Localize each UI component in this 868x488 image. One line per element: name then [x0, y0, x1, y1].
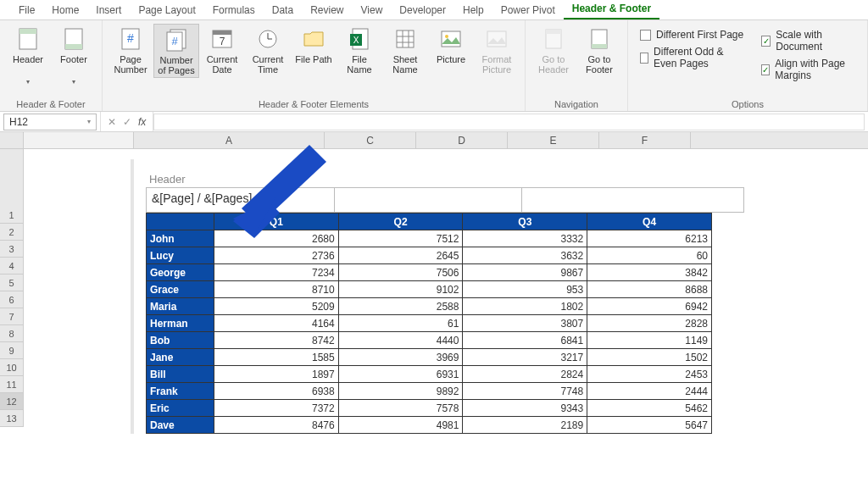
- data-cell[interactable]: 6938: [214, 383, 338, 400]
- file-path-button[interactable]: File Path: [291, 24, 337, 76]
- row-name-cell[interactable]: John: [147, 230, 214, 247]
- align-with-margins-checkbox[interactable]: ✓Align with Page Margins: [761, 58, 855, 81]
- scale-with-document-checkbox[interactable]: ✓Scale with Document: [761, 29, 855, 53]
- data-cell[interactable]: 1502: [587, 349, 712, 366]
- data-cell[interactable]: 6841: [463, 332, 587, 349]
- enter-icon[interactable]: ✓: [123, 116, 131, 128]
- data-cell[interactable]: 6213: [587, 230, 712, 247]
- row-name-cell[interactable]: Frank: [147, 383, 214, 400]
- data-cell[interactable]: 1585: [214, 349, 338, 366]
- fx-icon[interactable]: fx: [138, 116, 146, 128]
- data-cell[interactable]: 61: [338, 315, 463, 332]
- current-date-button[interactable]: 7 Current Date: [199, 24, 245, 76]
- data-cell[interactable]: 3217: [463, 349, 587, 366]
- tab-insert[interactable]: Insert: [87, 1, 130, 19]
- data-cell[interactable]: 8742: [214, 332, 338, 349]
- goto-footer-button[interactable]: Go to Footer: [576, 24, 622, 76]
- data-cell[interactable]: 2824: [463, 366, 587, 383]
- data-cell[interactable]: 60: [587, 247, 712, 264]
- data-cell[interactable]: 8476: [214, 417, 338, 434]
- data-cell[interactable]: 1149: [587, 332, 712, 349]
- data-cell[interactable]: 4164: [214, 315, 338, 332]
- data-cell[interactable]: 1897: [214, 366, 338, 383]
- row-header[interactable]: 3: [0, 241, 23, 258]
- tab-page-layout[interactable]: Page Layout: [130, 1, 203, 19]
- data-cell[interactable]: 9102: [338, 281, 463, 298]
- header-right-input[interactable]: [521, 187, 744, 213]
- row-header[interactable]: 9: [0, 342, 23, 359]
- row-name-cell[interactable]: George: [147, 264, 214, 281]
- row-name-cell[interactable]: Maria: [147, 298, 214, 315]
- column-header[interactable]: D: [416, 132, 508, 148]
- column-header[interactable]: E: [508, 132, 599, 148]
- data-cell[interactable]: 2444: [587, 383, 712, 400]
- data-cell[interactable]: 7578: [338, 400, 463, 417]
- picture-button[interactable]: Picture: [428, 24, 474, 76]
- data-cell[interactable]: 5209: [214, 298, 338, 315]
- tab-view[interactable]: View: [353, 1, 392, 19]
- table-header[interactable]: [147, 214, 214, 230]
- tab-help[interactable]: Help: [454, 1, 492, 19]
- data-cell[interactable]: 7372: [214, 400, 338, 417]
- name-box[interactable]: H12▾: [3, 114, 97, 130]
- row-header[interactable]: 11: [0, 376, 23, 393]
- sheet-name-button[interactable]: Sheet Name: [382, 24, 428, 76]
- tab-file[interactable]: File: [10, 1, 43, 19]
- data-cell[interactable]: 4981: [338, 417, 463, 434]
- data-cell[interactable]: 7234: [214, 264, 338, 281]
- data-cell[interactable]: 5647: [587, 417, 712, 434]
- data-cell[interactable]: 2453: [587, 366, 712, 383]
- data-cell[interactable]: 7748: [463, 383, 587, 400]
- data-cell[interactable]: 6931: [338, 366, 463, 383]
- cancel-icon[interactable]: ✕: [108, 116, 116, 128]
- data-cell[interactable]: 1802: [463, 298, 587, 315]
- row-name-cell[interactable]: Bob: [147, 332, 214, 349]
- data-cell[interactable]: 8710: [214, 281, 338, 298]
- current-time-button[interactable]: Current Time: [245, 24, 291, 76]
- tab-developer[interactable]: Developer: [391, 1, 454, 19]
- row-name-cell[interactable]: Bill: [147, 366, 214, 383]
- column-header[interactable]: F: [599, 132, 691, 148]
- data-cell[interactable]: 3842: [587, 264, 712, 281]
- data-cell[interactable]: 7512: [338, 230, 463, 247]
- row-header[interactable]: 8: [0, 325, 23, 342]
- row-name-cell[interactable]: Jane: [147, 349, 214, 366]
- row-name-cell[interactable]: Lucy: [147, 247, 214, 264]
- row-name-cell[interactable]: Grace: [147, 281, 214, 298]
- row-name-cell[interactable]: Eric: [147, 400, 214, 417]
- data-cell[interactable]: 9343: [463, 400, 587, 417]
- different-odd-even-checkbox[interactable]: Different Odd & Even Pages: [640, 46, 748, 69]
- data-cell[interactable]: 4440: [338, 332, 463, 349]
- data-cell[interactable]: 9892: [338, 383, 463, 400]
- table-header[interactable]: Q4: [587, 214, 712, 230]
- footer-button[interactable]: Footer ▾: [51, 24, 97, 86]
- row-header[interactable]: 6: [0, 291, 23, 308]
- data-cell[interactable]: 2645: [338, 247, 463, 264]
- row-header[interactable]: 4: [0, 258, 23, 274]
- data-cell[interactable]: 953: [463, 281, 587, 298]
- tab-header-footer[interactable]: Header & Footer: [564, 0, 659, 19]
- data-cell[interactable]: 8688: [587, 281, 712, 298]
- data-cell[interactable]: 2736: [214, 247, 338, 264]
- tab-formulas[interactable]: Formulas: [204, 1, 264, 19]
- tab-review[interactable]: Review: [302, 1, 352, 19]
- row-name-cell[interactable]: Dave: [147, 417, 214, 434]
- row-header[interactable]: 13: [0, 410, 23, 427]
- data-cell[interactable]: 2189: [463, 417, 587, 434]
- tab-home[interactable]: Home: [43, 1, 87, 19]
- different-first-page-checkbox[interactable]: Different First Page: [640, 29, 748, 41]
- tab-data[interactable]: Data: [264, 1, 302, 19]
- data-cell[interactable]: 3332: [463, 230, 587, 247]
- page-number-button[interactable]: # Page Number: [108, 24, 153, 76]
- data-cell[interactable]: 9867: [463, 264, 587, 281]
- row-header[interactable]: 5: [0, 274, 23, 291]
- table-header[interactable]: Q2: [338, 214, 463, 230]
- row-header[interactable]: 7: [0, 308, 23, 325]
- data-cell[interactable]: 6942: [587, 298, 712, 315]
- tab-power-pivot[interactable]: Power Pivot: [492, 1, 564, 19]
- data-cell[interactable]: 3632: [463, 247, 587, 264]
- header-button[interactable]: Header ▾: [5, 24, 51, 86]
- row-name-cell[interactable]: Herman: [147, 315, 214, 332]
- data-cell[interactable]: 2828: [587, 315, 712, 332]
- table-header[interactable]: Q3: [463, 214, 587, 230]
